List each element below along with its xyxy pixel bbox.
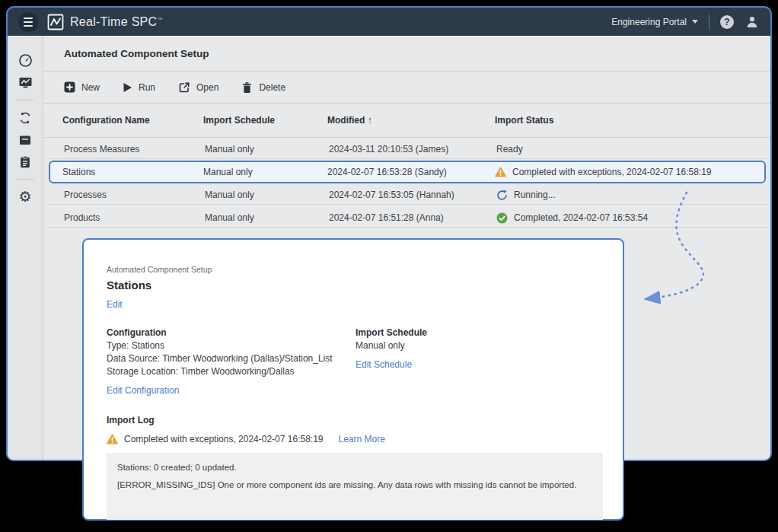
sidebar-item-sync[interactable] [8,107,43,129]
learn-more-link[interactable]: Learn More [339,434,385,444]
warning-icon [495,167,506,177]
open-external-icon [178,81,190,94]
status-text: Completed with exceptions, 2024-02-07 16… [512,167,712,177]
configuration-section: Configuration Type: Stations Data Source… [107,327,356,397]
modified-cell: 2024-02-07 16:51:28 (Anna) [329,212,496,223]
navbar-divider [709,14,709,30]
config-name-cell: Process Measures [64,144,205,155]
edit-configuration-link[interactable]: Edit Configuration [107,385,179,396]
app-title: Real-Time SPC™ [70,15,163,29]
new-button[interactable]: New [64,81,100,93]
schedule-cell: Manual only [205,190,329,200]
detail-title: Stations [107,279,600,291]
table-row-selected[interactable]: Stations Manual only 2024-02-07 16:53:28… [49,161,766,183]
running-refresh-icon [496,190,508,201]
table-header-row: Configuration Name Import Schedule Modif… [44,104,770,138]
sidebar-item-dashboard[interactable] [8,49,43,72]
hamburger-menu-button[interactable] [18,12,38,32]
sidebar-item-reports[interactable] [8,151,43,173]
breadcrumb: Automated Component Setup [107,265,600,274]
sidebar-divider [17,100,33,100]
edit-schedule-link[interactable]: Edit Schedule [356,359,412,370]
play-icon [123,82,132,93]
top-navbar: Real-Time SPC™ Engineering Portal ? [8,8,770,36]
run-button[interactable]: Run [123,82,155,93]
status-text: Completed, 2024-02-07 16:53:54 [514,212,648,223]
trademark-symbol: ™ [157,16,162,21]
page-title: Automated Component Setup [64,48,209,59]
configuration-heading: Configuration [107,327,356,338]
delete-button-label: Delete [259,82,285,93]
sort-ascending-icon: ↑ [368,115,372,126]
trash-icon [241,81,253,94]
monitor-chart-icon [18,75,33,90]
import-schedule-value: Manual only [356,340,427,351]
chevron-down-icon [692,20,698,24]
portal-selector[interactable]: Engineering Portal [611,17,698,27]
clipboard-icon [18,155,32,169]
status-text: Ready [496,144,523,155]
sidebar-item-settings[interactable]: ⚙ [8,186,43,208]
detail-panel: Automated Component Setup Stations Edit … [82,238,624,521]
column-header-configuration-name[interactable]: Configuration Name [62,115,203,126]
status-cell: Completed with exceptions, 2024-02-07 16… [495,167,764,177]
config-name-cell: Processes [64,190,205,200]
help-icon[interactable]: ? [720,15,734,29]
column-header-import-schedule[interactable]: Import Schedule [203,115,327,126]
screen-background: Real-Time SPC™ Engineering Portal ? [0,0,778,532]
column-header-import-status[interactable]: Import Status [495,115,770,126]
archive-box-icon [18,133,32,147]
config-name-cell: Products [64,212,205,223]
user-account-icon[interactable] [745,14,760,30]
open-button[interactable]: Open [178,81,218,94]
status-cell: Completed, 2024-02-07 16:53:54 [496,212,769,224]
page-header: Automated Component Setup [44,36,770,72]
gauge-icon [18,53,33,68]
table-row[interactable]: Processes Manual only 2024-02-07 16:53:0… [44,183,770,206]
import-log-output: Stations: 0 created; 0 updated. [ERROR_M… [107,453,603,520]
plus-square-icon [64,81,75,93]
gear-icon: ⚙ [18,190,31,204]
detail-columns: Configuration Type: Stations Data Source… [107,327,600,397]
edit-link[interactable]: Edit [107,299,123,310]
sidebar-divider [17,179,33,180]
config-name-cell: Stations [62,167,203,177]
portal-label: Engineering Portal [611,17,687,27]
run-button-label: Run [139,82,155,93]
log-line: Stations: 0 created; 0 updated. [117,463,592,472]
modified-cell: 2024-02-07 16:53:05 (Hannah) [329,190,496,200]
configuration-type: Type: Stations [107,340,356,351]
schedule-cell: Manual only [205,212,329,223]
action-toolbar: New Run Open [44,72,770,104]
delete-button[interactable]: Delete [241,81,285,94]
import-log-status-text: Completed with exceptions, 2024-02-07 16… [124,434,324,444]
table-row[interactable]: Products Manual only 2024-02-07 16:51:28… [44,206,770,229]
status-cell: Running... [496,190,769,201]
sidebar-item-charts[interactable] [8,72,43,94]
warning-icon [107,434,118,444]
configuration-data-source: Data Source: Timber Woodworking (Dallas)… [107,353,356,364]
import-log-status: Completed with exceptions, 2024-02-07 16… [107,434,600,444]
success-check-icon [496,212,508,224]
modified-cell: 2024-03-11 20:10:53 (James) [329,144,496,155]
column-header-modified[interactable]: Modified ↑ [327,115,495,126]
sidebar-item-storage[interactable] [8,129,43,151]
status-text: Running... [514,190,556,200]
open-button-label: Open [196,82,218,93]
navbar-right: Engineering Portal ? [611,14,760,30]
import-log-heading: Import Log [107,415,600,425]
sync-icon [18,111,32,125]
schedule-cell: Manual only [203,167,327,177]
schedule-cell: Manual only [205,144,329,155]
configuration-storage-location: Storage Location: Timber Woodworking/Dal… [107,366,356,377]
new-button-label: New [81,82,100,93]
app-logo-icon [47,14,64,30]
modified-cell: 2024-02-07 16:53:28 (Sandy) [327,167,495,177]
table-row[interactable]: Process Measures Manual only 2024-03-11 … [44,138,770,161]
icon-sidebar: ⚙ [8,36,43,460]
import-schedule-heading: Import Schedule [356,327,427,338]
import-schedule-section: Import Schedule Manual only Edit Schedul… [356,327,427,397]
log-line: [ERROR_MISSING_IDS] One or more componen… [117,480,592,489]
status-cell: Ready [496,144,769,155]
